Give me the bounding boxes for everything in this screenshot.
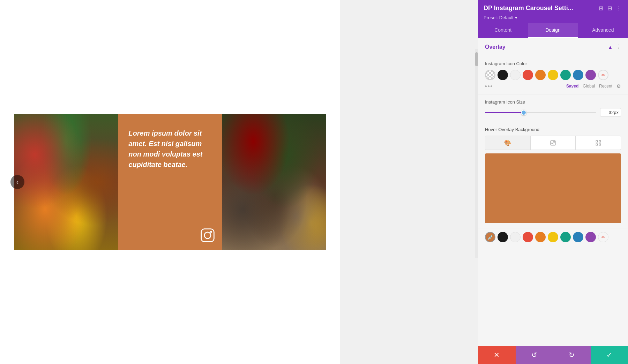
preset-arrow: ▾ bbox=[515, 15, 517, 20]
saved-tab-saved[interactable]: Saved bbox=[565, 83, 580, 89]
bottom-swatch-eyedropper[interactable]: 💉 bbox=[485, 232, 495, 242]
undo-button[interactable]: ↺ bbox=[516, 346, 553, 364]
save-button[interactable]: ✓ bbox=[591, 346, 628, 364]
bottom-swatch-black[interactable] bbox=[498, 232, 508, 242]
undo-icon: ↺ bbox=[531, 351, 537, 359]
section-actions: ▲ ⋮ bbox=[608, 44, 621, 50]
bottom-swatch-custom[interactable]: ✏ bbox=[598, 232, 608, 242]
svg-rect-10 bbox=[599, 144, 601, 145]
settings-panel: DP Instagram Carousel Setti... ⊞ ⊟ ⋮ Pre… bbox=[478, 0, 628, 364]
overlay-section-title: Overlay bbox=[485, 44, 506, 50]
svg-rect-9 bbox=[596, 144, 598, 145]
icon-color-label: Instagram Icon Color bbox=[485, 61, 621, 66]
icon-color-field: Instagram Icon Color ✏ bbox=[478, 56, 628, 94]
svg-line-5 bbox=[552, 143, 554, 144]
size-slider-thumb[interactable] bbox=[521, 110, 526, 115]
svg-point-2 bbox=[210, 231, 212, 233]
cancel-icon: ✕ bbox=[494, 351, 500, 359]
color-swatch-orange[interactable] bbox=[535, 70, 546, 80]
panel-scrollbar[interactable] bbox=[475, 49, 478, 258]
size-slider-track[interactable] bbox=[485, 112, 596, 113]
svg-rect-3 bbox=[551, 141, 555, 145]
more-options-icon[interactable]: ⋮ bbox=[615, 4, 622, 12]
bg-type-row: 🎨 bbox=[485, 136, 621, 150]
preset-label: Preset: Default bbox=[484, 15, 514, 20]
color-swatch-red[interactable] bbox=[523, 70, 533, 80]
tab-design[interactable]: Design bbox=[528, 23, 578, 38]
color-preview-box[interactable] bbox=[485, 153, 621, 223]
svg-point-1 bbox=[204, 232, 210, 238]
icon-color-swatches: ✏ bbox=[485, 70, 621, 80]
color-swatch-teal[interactable] bbox=[560, 70, 571, 80]
color-swatch-transparent[interactable] bbox=[485, 70, 495, 80]
pencil-icon: ✏ bbox=[601, 73, 605, 78]
bottom-swatch-teal[interactable] bbox=[560, 232, 571, 242]
bottom-swatch-red[interactable] bbox=[523, 232, 533, 242]
save-icon: ✓ bbox=[606, 351, 612, 359]
bottom-swatch-orange[interactable] bbox=[535, 232, 546, 242]
size-slider-fill bbox=[485, 112, 524, 113]
color-swatch-blue[interactable] bbox=[573, 70, 583, 80]
size-row bbox=[485, 108, 621, 117]
svg-point-6 bbox=[554, 141, 555, 142]
layout-icon[interactable]: ⊟ bbox=[607, 4, 613, 12]
hover-overlay-label: Hover Overlay Background bbox=[485, 127, 621, 132]
color-swatch-white[interactable] bbox=[510, 70, 521, 80]
more-swatches-btn[interactable] bbox=[485, 85, 492, 87]
size-input[interactable] bbox=[600, 108, 621, 117]
icon-size-field: Instagram Icon Size bbox=[478, 94, 628, 122]
tab-content[interactable]: Content bbox=[478, 23, 528, 38]
color-swatch-purple[interactable] bbox=[585, 70, 596, 80]
carousel-slides: Lorem ipsum dolor sit amet. Est nisi gal… bbox=[14, 114, 326, 250]
bottom-swatches: 💉 ✏ bbox=[478, 228, 628, 246]
screenshot-icon[interactable]: ⊞ bbox=[598, 4, 604, 12]
redo-button[interactable]: ↻ bbox=[553, 346, 591, 364]
image-icon bbox=[550, 140, 556, 146]
bg-type-image-button[interactable] bbox=[531, 136, 576, 150]
section-menu-icon[interactable]: ⋮ bbox=[615, 44, 621, 50]
panel-tabs: Content Design Advanced bbox=[478, 23, 628, 38]
carousel-slide-2: Lorem ipsum dolor sit amet. Est nisi gal… bbox=[118, 114, 222, 250]
icon-size-label: Instagram Icon Size bbox=[485, 99, 621, 105]
panel-title-bar: DP Instagram Carousel Setti... ⊞ ⊟ ⋮ bbox=[478, 0, 628, 14]
overlay-section-header: Overlay ▲ ⋮ bbox=[478, 38, 628, 56]
swatches-row2: Saved Global Recent ⚙ bbox=[485, 83, 621, 89]
panel-title: DP Instagram Carousel Setti... bbox=[484, 5, 573, 12]
instagram-icon bbox=[200, 228, 215, 243]
tab-advanced[interactable]: Advanced bbox=[578, 23, 628, 38]
svg-rect-8 bbox=[599, 141, 601, 142]
carousel-prev-button[interactable]: ‹ bbox=[10, 175, 24, 189]
bg-type-pattern-button[interactable] bbox=[576, 136, 621, 150]
panel-body: Overlay ▲ ⋮ Instagram Icon Color ✏ bbox=[478, 38, 628, 346]
panel-preset[interactable]: Preset: Default ▾ bbox=[478, 14, 628, 23]
hover-overlay-field: Hover Overlay Background 🎨 bbox=[478, 122, 628, 228]
svg-rect-0 bbox=[201, 229, 214, 242]
scrollbar-thumb bbox=[475, 52, 478, 66]
chevron-left-icon: ‹ bbox=[16, 179, 18, 186]
bottom-pencil-icon: ✏ bbox=[601, 235, 605, 240]
color-settings-gear-icon[interactable]: ⚙ bbox=[616, 83, 621, 89]
bottom-swatch-purple[interactable] bbox=[585, 232, 596, 242]
panel-footer: ✕ ↺ ↻ ✓ bbox=[478, 346, 628, 364]
bottom-swatch-white[interactable] bbox=[510, 232, 521, 242]
gradient-icon: 🎨 bbox=[504, 139, 511, 146]
slide-3-image bbox=[222, 114, 326, 250]
collapse-icon[interactable]: ▲ bbox=[608, 44, 613, 50]
bg-type-gradient-button[interactable]: 🎨 bbox=[485, 136, 531, 150]
bottom-swatch-yellow[interactable] bbox=[548, 232, 558, 242]
saved-tabs: Saved Global Recent ⚙ bbox=[565, 83, 621, 89]
carousel-container: ‹ Lorem ipsum dolor sit amet. Est nisi g… bbox=[14, 114, 326, 250]
main-canvas: ‹ Lorem ipsum dolor sit amet. Est nisi g… bbox=[0, 0, 340, 364]
color-swatch-black[interactable] bbox=[498, 70, 508, 80]
pattern-icon bbox=[595, 140, 601, 146]
bottom-swatch-blue[interactable] bbox=[573, 232, 583, 242]
cancel-button[interactable]: ✕ bbox=[478, 346, 516, 364]
slide-2-text: Lorem ipsum dolor sit amet. Est nisi gal… bbox=[128, 128, 211, 170]
saved-tab-recent[interactable]: Recent bbox=[598, 83, 614, 89]
carousel-slide-1 bbox=[14, 114, 118, 250]
carousel-slide-3 bbox=[222, 114, 326, 250]
saved-tab-global[interactable]: Global bbox=[581, 83, 596, 89]
color-swatch-custom[interactable]: ✏ bbox=[598, 70, 608, 80]
color-swatch-yellow[interactable] bbox=[548, 70, 558, 80]
panel-title-actions: ⊞ ⊟ ⋮ bbox=[598, 4, 622, 12]
